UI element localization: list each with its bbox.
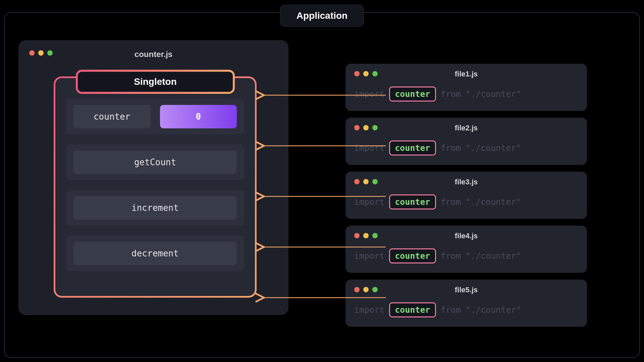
window-controls: [354, 179, 378, 184]
method-row: getCount: [66, 144, 244, 180]
application-title: Application: [280, 5, 364, 27]
file-card: file2.js import counter from "./counter": [345, 118, 587, 165]
minimize-icon: [363, 287, 369, 292]
singleton-label-text: Singleton: [78, 72, 233, 92]
counter-value: 0: [160, 105, 237, 128]
minimize-icon: [38, 50, 44, 56]
file-name: file2.js: [455, 124, 478, 132]
maximize-icon: [372, 179, 378, 184]
close-icon: [354, 71, 360, 76]
import-path: "./counter": [466, 197, 521, 207]
from-keyword: from: [441, 305, 461, 315]
file-name: file4.js: [455, 232, 478, 240]
import-keyword: import: [354, 143, 384, 153]
window-controls: [29, 50, 53, 56]
import-identifier: counter: [389, 248, 436, 263]
import-keyword: import: [354, 251, 384, 261]
import-path: "./counter": [466, 305, 521, 315]
window-controls: [354, 287, 378, 292]
counter-row: counter 0: [66, 99, 244, 134]
from-keyword: from: [441, 251, 461, 261]
import-statement: import counter from "./counter": [354, 194, 578, 209]
import-statement: import counter from "./counter": [354, 302, 578, 317]
import-statement: import counter from "./counter": [354, 140, 578, 156]
file-card: file4.js import counter from "./counter": [345, 226, 587, 273]
window-controls: [354, 71, 378, 76]
import-identifier: counter: [389, 86, 436, 102]
import-path: "./counter": [466, 89, 521, 99]
minimize-icon: [363, 233, 369, 238]
close-icon: [354, 233, 360, 238]
maximize-icon: [372, 71, 378, 76]
file-card: file3.js import counter from "./counter": [345, 172, 587, 219]
import-statement: import counter from "./counter": [354, 248, 578, 263]
close-icon: [29, 50, 35, 56]
from-keyword: from: [441, 89, 461, 99]
file-name: file5.js: [455, 286, 478, 294]
maximize-icon: [372, 233, 378, 238]
minimize-icon: [363, 125, 369, 130]
file-name: file1.js: [455, 70, 478, 78]
window-controls: [354, 125, 378, 130]
file-name: file3.js: [455, 178, 478, 186]
singleton-label: Singleton: [76, 70, 235, 94]
singleton-inner: counter 0 getCount increment decrement: [55, 78, 255, 296]
method-row: decrement: [66, 236, 244, 271]
singleton-box: counter 0 getCount increment decrement: [54, 76, 257, 298]
maximize-icon: [372, 125, 378, 130]
import-identifier: counter: [389, 194, 436, 209]
minimize-icon: [363, 179, 369, 184]
close-icon: [354, 125, 360, 130]
file-list: file1.js import counter from "./counter"…: [345, 64, 587, 327]
module-filename: counter.js: [135, 50, 172, 59]
close-icon: [354, 287, 360, 292]
window-controls: [354, 233, 378, 238]
from-keyword: from: [441, 197, 461, 207]
file-card: file1.js import counter from "./counter": [345, 64, 587, 111]
method-decrement: decrement: [73, 242, 237, 265]
maximize-icon: [47, 50, 53, 56]
import-path: "./counter": [466, 251, 521, 261]
close-icon: [354, 179, 360, 184]
maximize-icon: [372, 287, 378, 292]
method-increment: increment: [73, 196, 237, 220]
import-statement: import counter from "./counter": [354, 86, 578, 102]
import-keyword: import: [354, 305, 384, 315]
file-card: file5.js import counter from "./counter": [345, 280, 587, 327]
import-identifier: counter: [389, 140, 436, 156]
import-keyword: import: [354, 197, 384, 207]
minimize-icon: [363, 71, 369, 76]
import-identifier: counter: [389, 302, 436, 317]
method-row: increment: [66, 190, 244, 226]
counter-prop-name: counter: [73, 105, 151, 128]
import-path: "./counter": [466, 143, 521, 153]
import-keyword: import: [354, 89, 384, 99]
method-getcount: getCount: [73, 150, 237, 174]
from-keyword: from: [441, 143, 461, 153]
